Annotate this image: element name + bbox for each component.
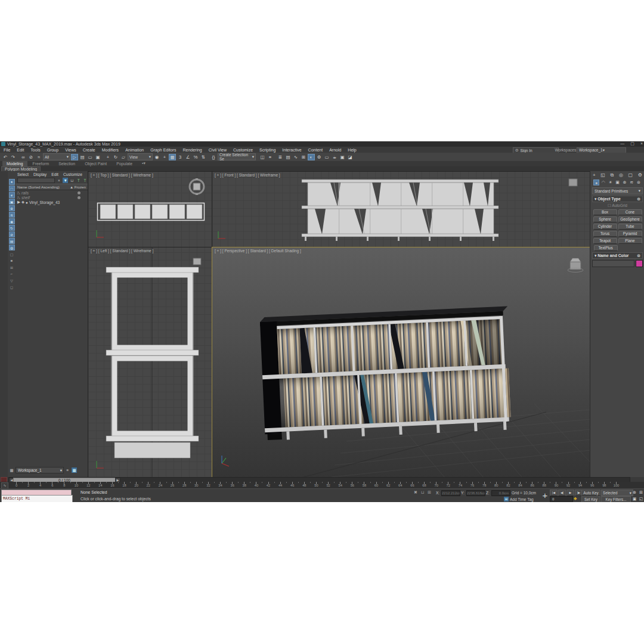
filter-icon[interactable]: ▼ [63,178,68,183]
cat-geometry-icon[interactable]: ● [593,179,599,185]
selection-set-dropdown[interactable]: Create Selection Se▾ [218,153,256,160]
spinner-snap-icon[interactable]: ⇅ [200,154,207,160]
box-button[interactable]: Box [593,209,617,215]
teapot-button[interactable]: Teapot [593,238,617,244]
menu-tools[interactable]: Tools [30,148,40,152]
menu-scripting[interactable]: Scripting [259,148,275,152]
filter-materials-icon[interactable]: ◍ [9,244,15,250]
display-pick-icon[interactable]: ▽ [9,277,15,283]
explorer-menu-customize[interactable]: Customize [63,172,82,177]
tube-button[interactable]: Tube [618,224,642,230]
viewport-perspective[interactable]: [ + ] [ Perspective ] [ Standard ] [ Def… [212,247,591,478]
workspace-grid-icon[interactable]: ▦ [9,467,14,473]
pyramid-button[interactable]: Pyramid [618,231,642,237]
auto-key-button[interactable]: Auto Key [581,490,600,496]
primitive-category-dropdown[interactable]: Standard Primitives▾ [592,187,643,194]
menu-rendering[interactable]: Rendering [182,148,202,152]
selected-dropdown[interactable]: Selected▾ [601,490,633,496]
cat-helpers-icon[interactable]: ⊕ [621,179,627,185]
close-icon[interactable]: × [640,141,643,146]
select-link-icon[interactable]: ∞ [20,154,27,160]
tab-utilities-icon[interactable]: ⚙ [638,172,642,178]
table-row[interactable]: ◺ rails [16,190,88,195]
cat-spacewarps-icon[interactable]: ≋ [628,179,634,185]
rollout-name-and-color[interactable]: ▾ Name and Color ⊙ [592,252,643,259]
current-frame-field[interactable]: 0 [550,496,573,502]
angle-snap-icon[interactable]: ∠ [184,154,191,160]
viewport-top-label[interactable]: [ + ] [ Top ] [ Standard ] [ Wireframe ] [91,173,153,177]
clear-search-icon[interactable]: × [56,178,61,183]
tab-freeform[interactable]: Freeform [29,161,54,166]
menu-graph-editors[interactable]: Graph Editors [150,148,176,152]
key-mode-icon[interactable]: ◆ [574,496,577,501]
minimize-icon[interactable]: — [620,141,624,146]
explorer-menu-edit[interactable]: Edit [51,172,58,177]
viewport-perspective-label[interactable]: [ + ] [ Perspective ] [ Standard ] [ Def… [215,249,301,253]
open-in-viewer-icon[interactable]: ◪ [346,154,354,160]
percent-snap-icon[interactable]: % [192,154,199,160]
select-move-icon[interactable]: + [104,154,112,160]
ref-coord-dropdown[interactable]: View▾ [128,153,153,160]
ribbon-toggle-icon[interactable]: ▤ [284,154,292,160]
object-name-input[interactable] [592,260,634,267]
curve-editor-icon[interactable]: ∿ [292,154,299,160]
z-coordinate-field[interactable]: 0,0cm [491,490,510,496]
mirror-icon[interactable]: ◫ [259,154,266,160]
viewport-left[interactable]: [ + ] [ Left ] [ Standard ] [ Wireframe … [88,247,213,478]
tab-object-paint[interactable]: Object Paint [80,161,111,166]
filter-spacewarps-icon[interactable]: ≋ [9,212,15,218]
viewport-layout-strip[interactable] [0,171,8,477]
display-expand-icon[interactable]: ⌐ [9,271,15,277]
zoom-all-icon[interactable]: ⊞ [638,490,644,496]
bind-spacewarp-icon[interactable]: ≈ [35,154,42,160]
named-sets-icon[interactable]: {} [210,154,217,160]
viewport-front-label[interactable]: [ + ] [ Front ] [ Standard ] [ Wireframe… [215,173,280,177]
absolute-offset-icon[interactable]: ⊞ [428,490,431,495]
menu-help[interactable]: Help [348,148,356,152]
selection-lock-icon[interactable]: ⊔ [421,490,424,495]
tab-create-icon[interactable]: + [593,172,596,178]
lock-icon[interactable]: ⊔ [69,178,75,183]
menu-civil-view[interactable]: Civil View [209,148,227,152]
table-row[interactable]: ▶ ◈ ● Vinyl_Storage_43 [16,200,88,205]
cat-lights-icon[interactable]: ☀ [608,179,614,185]
schematic-view-icon[interactable]: ⊞ [300,154,307,160]
rendered-frame-icon[interactable]: ▭ [323,154,330,160]
y-coordinate-field[interactable]: 2236,616cm [466,490,485,496]
tab-display-icon[interactable]: ▢ [628,172,633,178]
viewport-front[interactable]: [ + ] [ Front ] [ Standard ] [ Wireframe… [212,171,591,248]
cat-cameras-icon[interactable]: ▣ [614,179,620,185]
cone-button[interactable]: Cone [618,209,642,215]
sphere-button[interactable]: Sphere [593,216,617,222]
render-cloud-icon[interactable]: ▣ [339,154,346,160]
prev-key-icon[interactable]: ◀| [558,490,566,496]
zoom-icon[interactable]: ⊕ [631,490,637,496]
render-setup-icon[interactable]: ⚙ [315,154,323,160]
window-crossing-icon[interactable]: ▣ [94,154,101,160]
selection-filter-dropdown[interactable]: All▾ [43,153,70,160]
material-editor-icon[interactable]: ◐ [308,154,315,160]
go-start-icon[interactable]: |◀ [550,490,558,496]
display-options-icon[interactable]: ◻ [9,284,15,290]
select-manipulate-icon[interactable]: + [161,154,168,160]
set-key-button[interactable]: Set Key [581,496,600,502]
redo-icon[interactable]: ↷ [10,154,17,160]
filter-xrefs-icon[interactable]: ⊘ [9,231,15,237]
display-invert-icon[interactable]: ⊞ [9,264,15,270]
display-all-icon[interactable]: ■ [9,258,15,264]
torus-button[interactable]: Torus [593,231,617,237]
display-none-icon[interactable]: ▢ [9,251,15,257]
maxscript-listener[interactable]: MAXScript Mi [1,495,73,502]
autogrid-checkbox[interactable]: ☐ AutoGrid [590,203,644,208]
filter-containers-icon[interactable]: ↻ [9,225,15,231]
viewport-left-label[interactable]: [ + ] [ Left ] [ Standard ] [ Wireframe … [91,249,153,253]
key-filters-button[interactable]: Key Filters... [601,496,631,502]
cat-shapes-icon[interactable]: ◠ [600,179,606,185]
textplus-button[interactable]: TextPlus [594,245,618,251]
rect-region-icon[interactable]: ▭ [86,154,94,160]
explorer-search-input[interactable] [17,178,55,183]
explorer-menu-display[interactable]: Display [33,172,47,177]
explorer-column-headers[interactable]: Name (Sorted Ascending) ▲ Frozen [16,184,88,190]
explorer-workspace-dropdown[interactable]: Workspace_1▾ [16,467,64,473]
tab-modify-icon[interactable]: ◱ [600,172,605,178]
